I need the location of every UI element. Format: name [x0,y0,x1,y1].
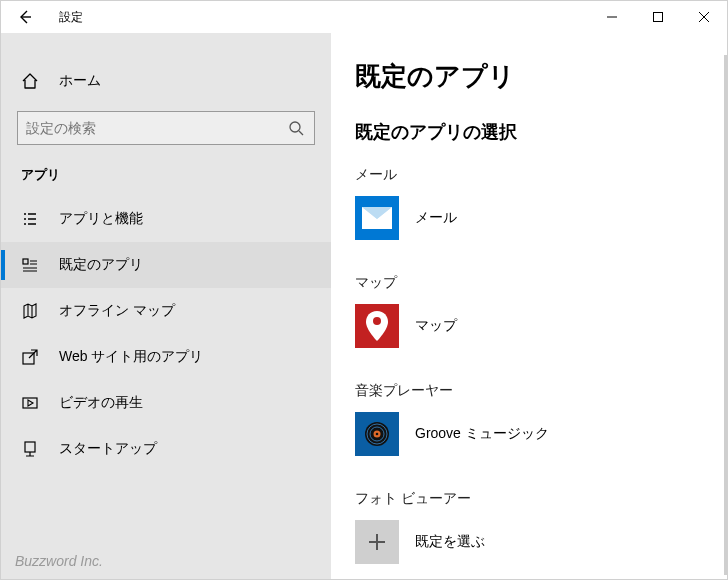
default-app-label: 既定を選ぶ [415,533,485,551]
search-icon [286,120,306,136]
close-button[interactable] [681,1,727,33]
search-input[interactable] [26,120,286,136]
default-app-mail[interactable]: メール [355,196,703,240]
sidebar-item-default-apps[interactable]: 既定のアプリ [1,242,331,288]
settings-window: 設定 ホーム アプリ [0,0,728,580]
search-box[interactable] [17,111,315,145]
watermark-text: Buzzword Inc. [15,553,103,569]
svg-rect-2 [23,259,28,264]
sidebar-item-label: オフライン マップ [59,302,175,320]
startup-icon [21,440,45,458]
minimize-button[interactable] [589,1,635,33]
sidebar-item-website-apps[interactable]: Web サイト用のアプリ [1,334,331,380]
back-button[interactable] [1,1,49,33]
category-label-maps: マップ [355,274,703,292]
titlebar: 設定 [1,1,727,33]
category-label-music: 音楽プレーヤー [355,382,703,400]
page-title: 既定のアプリ [355,59,703,94]
sidebar-section-header: アプリ [1,145,331,196]
sidebar-item-label: スタートアップ [59,440,157,458]
sidebar-item-video-playback[interactable]: ビデオの再生 [1,380,331,426]
svg-rect-0 [654,13,663,22]
home-label: ホーム [59,72,101,90]
category-label-mail: メール [355,166,703,184]
minimize-icon [607,12,617,22]
default-app-label: マップ [415,317,457,335]
sidebar-item-label: ビデオの再生 [59,394,143,412]
back-arrow-icon [17,9,33,25]
svg-rect-4 [23,398,37,408]
sidebar-item-label: Web サイト用のアプリ [59,348,203,366]
maps-app-icon [355,304,399,348]
sidebar-item-label: 既定のアプリ [59,256,143,274]
sidebar-item-label: アプリと機能 [59,210,143,228]
main-pane: 既定のアプリ 既定のアプリの選択 メール メール マップ マップ [331,33,727,579]
close-icon [699,12,709,22]
video-icon [21,394,45,412]
main-scroll[interactable]: 既定のアプリ 既定のアプリの選択 メール メール マップ マップ [331,33,727,579]
home-button[interactable]: ホーム [1,61,331,101]
svg-point-1 [290,122,300,132]
mail-app-icon [355,196,399,240]
sidebar-item-offline-maps[interactable]: オフライン マップ [1,288,331,334]
sidebar-item-startup[interactable]: スタートアップ [1,426,331,472]
default-app-maps[interactable]: マップ [355,304,703,348]
window-body: ホーム アプリ アプリと機能 [1,33,727,579]
svg-point-7 [373,317,381,325]
page-subtitle: 既定のアプリの選択 [355,120,703,144]
default-app-music[interactable]: Groove ミュージック [355,412,703,456]
map-icon [21,302,45,320]
groove-app-icon [355,412,399,456]
sidebar: ホーム アプリ アプリと機能 [1,33,331,579]
default-app-photo[interactable]: 既定を選ぶ [355,520,703,564]
svg-rect-5 [25,442,35,452]
default-app-label: Groove ミュージック [415,425,549,443]
home-icon [21,72,45,90]
svg-point-12 [376,433,379,436]
list-icon [21,210,45,228]
sidebar-item-apps-and-features[interactable]: アプリと機能 [1,196,331,242]
window-title: 設定 [59,9,83,26]
maximize-button[interactable] [635,1,681,33]
choose-default-icon [355,520,399,564]
open-external-icon [21,348,45,366]
category-label-photo: フォト ビューアー [355,490,703,508]
default-app-label: メール [415,209,457,227]
defaults-icon [21,256,45,274]
sidebar-nav: アプリと機能 既定のアプリ オフライン マップ [1,196,331,472]
maximize-icon [653,12,663,22]
